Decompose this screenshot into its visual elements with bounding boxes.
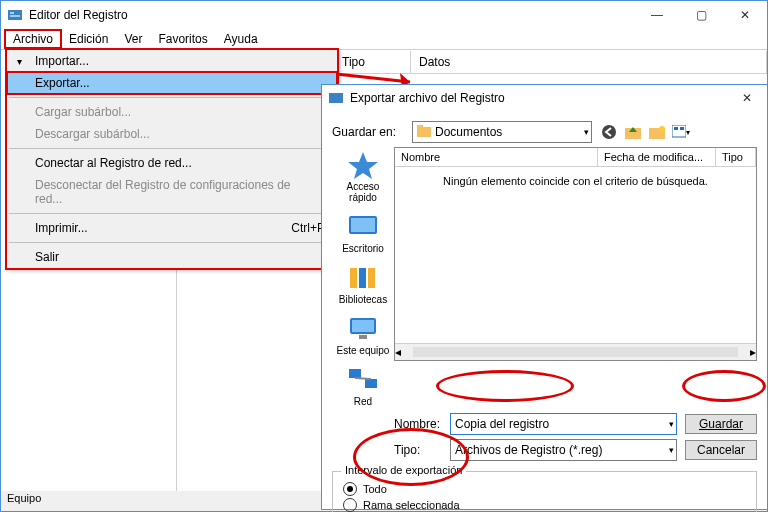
minimize-button[interactable]: —: [635, 1, 679, 29]
place-desktop[interactable]: Escritorio: [342, 213, 384, 254]
empty-message: Ningún elemento coincide con el criterio…: [395, 167, 756, 343]
place-network[interactable]: Red: [347, 366, 379, 407]
svg-rect-23: [359, 335, 367, 339]
radio-icon: [343, 482, 357, 496]
file-menu-dropdown: ▾Importar... Exportar... Cargar subárbol…: [6, 49, 338, 269]
window-title: Editor del Registro: [29, 8, 635, 22]
menu-ayuda[interactable]: Ayuda: [216, 30, 266, 48]
back-icon[interactable]: [600, 123, 618, 141]
chevron-down-icon: ▾: [669, 419, 674, 429]
chevron-down-icon: ▾: [17, 56, 22, 67]
menu-connect-net[interactable]: Conectar al Registro de red...: [7, 152, 337, 174]
horizontal-scrollbar[interactable]: ◂▸: [395, 343, 756, 360]
menu-archivo[interactable]: Archivo: [5, 30, 61, 48]
new-folder-icon[interactable]: [648, 123, 666, 141]
svg-line-26: [355, 378, 371, 379]
maximize-button[interactable]: ▢: [679, 1, 723, 29]
close-button[interactable]: ✕: [723, 1, 767, 29]
savein-combo[interactable]: Documentos ▾: [412, 121, 592, 143]
menu-ver[interactable]: Ver: [116, 30, 150, 48]
chevron-down-icon: ▾: [669, 445, 674, 455]
dialog-title: Exportar archivo del Registro: [350, 91, 727, 105]
svg-rect-12: [672, 125, 686, 137]
svg-rect-18: [350, 268, 357, 288]
menu-unload-hive: Descargar subárbol...: [7, 123, 337, 145]
place-this-pc[interactable]: Este equipo: [337, 315, 390, 356]
regedit-icon: [328, 90, 344, 106]
svg-rect-1: [10, 12, 14, 14]
col-tipo[interactable]: Tipo: [334, 51, 411, 73]
col-file-date[interactable]: Fecha de modifica...: [598, 148, 716, 167]
menu-load-hive: Cargar subárbol...: [7, 101, 337, 123]
svg-point-8: [602, 125, 616, 139]
star-icon: [347, 151, 379, 179]
svg-marker-15: [348, 152, 378, 179]
filetype-combo[interactable]: Archivos de Registro (*.reg)▾: [450, 439, 677, 461]
cancel-button[interactable]: Cancelar: [685, 440, 757, 460]
save-button[interactable]: Guardar: [685, 414, 757, 434]
dialog-close-button[interactable]: ✕: [727, 84, 767, 112]
menu-bar: Archivo Edición Ver Favoritos Ayuda: [1, 29, 767, 50]
monitor-icon: [347, 315, 379, 343]
svg-rect-17: [351, 218, 375, 232]
svg-point-11: [659, 126, 665, 132]
menu-importar[interactable]: ▾Importar...: [7, 50, 337, 72]
filename-label: Nombre:: [394, 417, 450, 431]
svg-rect-24: [349, 369, 361, 378]
place-quick-access[interactable]: Acceso rápido: [332, 151, 394, 203]
svg-rect-19: [359, 268, 366, 288]
svg-rect-6: [417, 127, 431, 137]
svg-rect-22: [352, 320, 374, 332]
group-label: Intervalo de exportación: [341, 464, 466, 476]
menu-print[interactable]: Imprimir...Ctrl+P: [7, 217, 337, 239]
menu-exit[interactable]: Salir: [7, 246, 337, 268]
up-folder-icon[interactable]: [624, 123, 642, 141]
file-list[interactable]: Nombre Fecha de modifica... Tipo Ningún …: [394, 147, 757, 361]
svg-rect-5: [329, 93, 343, 103]
col-file-name[interactable]: Nombre: [395, 148, 598, 167]
menu-favoritos[interactable]: Favoritos: [150, 30, 215, 48]
places-bar: Acceso rápido Escritorio Bibliotecas Est…: [332, 147, 394, 407]
radio-all[interactable]: Todo: [343, 482, 746, 496]
place-libraries[interactable]: Bibliotecas: [339, 264, 387, 305]
filetype-label: Tipo:: [394, 443, 450, 457]
view-menu-icon[interactable]: ▾: [672, 123, 690, 141]
dialog-titlebar: Exportar archivo del Registro ✕: [322, 85, 767, 111]
radio-icon: [343, 498, 357, 512]
svg-rect-14: [680, 127, 684, 130]
col-datos[interactable]: Datos: [411, 51, 767, 73]
export-range-group: Intervalo de exportación Todo Rama selec…: [332, 471, 757, 512]
col-file-type[interactable]: Tipo: [716, 148, 756, 167]
radio-branch[interactable]: Rama seleccionada: [343, 498, 746, 512]
svg-rect-13: [674, 127, 678, 130]
menu-edicion[interactable]: Edición: [61, 30, 116, 48]
svg-rect-7: [417, 125, 423, 128]
menu-disconnect-net: Desconectar del Registro de configuracio…: [7, 174, 337, 210]
export-dialog: Exportar archivo del Registro ✕ Guardar …: [321, 84, 768, 510]
menu-exportar[interactable]: Exportar...: [7, 72, 337, 94]
filename-input[interactable]: Copia del registro▾: [450, 413, 677, 435]
desktop-icon: [347, 213, 379, 241]
folder-icon: [417, 125, 431, 140]
network-icon: [347, 366, 379, 394]
svg-rect-20: [368, 268, 375, 288]
chevron-down-icon: ▾: [584, 127, 589, 137]
svg-rect-25: [365, 379, 377, 388]
titlebar: Editor del Registro — ▢ ✕: [1, 1, 767, 29]
regedit-icon: [7, 7, 23, 23]
svg-rect-2: [10, 15, 20, 17]
libraries-icon: [347, 264, 379, 292]
savein-label: Guardar en:: [332, 125, 412, 139]
